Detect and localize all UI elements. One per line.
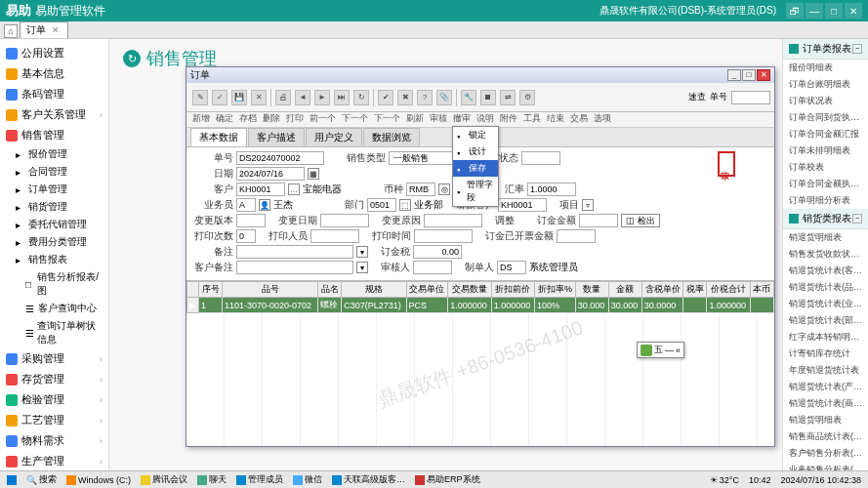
taskbar-app[interactable]: 微信 [290, 473, 325, 486]
toolbar-text-btn[interactable]: 前一个 [310, 112, 336, 125]
report-item[interactable]: 销退货统计表(商品) [783, 395, 868, 412]
report-item[interactable]: 订单合同金额执行表 [783, 176, 868, 192]
rate-input[interactable] [527, 183, 576, 196]
taskbar-app[interactable]: 管理成员 [233, 473, 286, 486]
refcust-input[interactable] [498, 198, 547, 212]
toolbar-text-btn[interactable]: 刷新 [406, 112, 424, 125]
table-row[interactable]: ▶11101-3070-0020-0702螺栓C307(PL2731)PCS1.… [187, 298, 774, 313]
toolbar-icon[interactable]: ✖ [397, 90, 413, 105]
sidebar-item[interactable]: 基本信息 [0, 63, 108, 84]
grid-header[interactable]: 序号 [199, 282, 223, 298]
grid-header[interactable]: 折扣率% [535, 282, 576, 298]
ver-date-input[interactable] [320, 214, 369, 227]
report-item[interactable]: 订单状况表 [783, 93, 868, 109]
clock[interactable]: 10:42 [746, 475, 774, 485]
report-item[interactable]: 销售发货收款状况表 [783, 246, 868, 263]
toolbar-text-btn[interactable]: 附件 [500, 112, 517, 125]
toolbar-text-btn[interactable]: 说明 [476, 112, 494, 125]
sidebar-sub-item[interactable]: ▸报价管理 [2, 145, 108, 163]
quick-search-input[interactable] [731, 91, 770, 104]
context-menu-item[interactable]: ▪管理字段 [453, 177, 498, 206]
sidebar-sub-item[interactable]: ▸合同管理 [2, 163, 108, 181]
toolbar-icon[interactable]: ✓ [212, 90, 227, 105]
taskbar-app[interactable]: 腾讯会议 [138, 473, 190, 486]
toolbar-text-btn[interactable]: 结束 [547, 112, 564, 125]
report-item[interactable]: 销退货统计表(部门) [783, 312, 868, 329]
win-restore-icon[interactable]: 🗗 [786, 3, 804, 19]
win-max-icon[interactable]: □ [825, 3, 843, 19]
date-input[interactable] [236, 167, 305, 181]
salesman-lookup-icon[interactable]: 👤 [259, 199, 270, 211]
context-menu-item[interactable]: ▪保存 [453, 160, 498, 177]
ver-input[interactable] [236, 214, 266, 227]
report-item[interactable]: 业务销售分析表(期间) [783, 462, 868, 470]
owin-close-icon[interactable]: ✕ [757, 69, 770, 81]
project-lookup-icon[interactable]: ▿ [582, 199, 594, 211]
toolbar-text-btn[interactable]: 选项 [594, 112, 611, 125]
report-item[interactable]: 计寄销库存统计 [783, 346, 868, 362]
sidebar-item[interactable]: 工艺管理› [0, 410, 108, 430]
sidebar-item[interactable]: 销售管理 [0, 125, 108, 145]
remark-input[interactable] [236, 245, 353, 259]
grid-header[interactable]: 含税单价 [641, 282, 683, 298]
toolbar-icon[interactable]: ⏭ [334, 90, 350, 105]
sidebar-item[interactable]: 条码管理 [0, 84, 108, 104]
sidebar-item[interactable]: 采购管理› [0, 348, 108, 369]
calendar-icon[interactable]: ▦ [308, 168, 319, 180]
tax-input[interactable] [413, 245, 462, 259]
toolbar-icon[interactable]: ⇄ [500, 90, 516, 105]
form-tab[interactable]: 数据浏览 [363, 128, 420, 146]
order-window-titlebar[interactable]: 订单 _ □ ✕ [186, 67, 774, 83]
form-tab[interactable]: 用户定义 [306, 128, 362, 146]
toolbar-text-btn[interactable]: 下一个 [374, 112, 400, 125]
grid-header[interactable]: 价税合计 [707, 282, 750, 298]
taskbar-app[interactable]: 天联高级版客… [329, 473, 408, 486]
report-item[interactable]: 销退货统计表(客户) [783, 263, 868, 279]
report-item[interactable]: 订单未排明细表 [783, 142, 868, 159]
toolbar-icon[interactable]: ✕ [251, 90, 267, 105]
report-item[interactable]: 订单台账明细表 [783, 76, 868, 93]
owin-max-icon[interactable]: □ [742, 69, 756, 81]
report-item[interactable]: 订单合同到货执行情况表 [783, 109, 868, 126]
report-item[interactable]: 销退货明细表 [783, 229, 868, 246]
status-input[interactable] [521, 151, 560, 165]
sidebar-sub-item[interactable]: ▸委托代销管理 [2, 216, 108, 233]
toolbar-text-btn[interactable]: 下一个 [342, 112, 368, 125]
cust-remark-input[interactable] [236, 261, 353, 274]
sidebar-sub-item[interactable]: ▸销货管理 [2, 198, 108, 216]
toolbar-icon[interactable]: ⏹ [480, 90, 496, 105]
toolbar-icon[interactable]: 🖨 [275, 90, 291, 105]
report-item[interactable]: 订单明细分析表 [783, 192, 868, 209]
tab-home-icon[interactable]: ⌂ [4, 24, 18, 38]
dept-lookup-icon[interactable]: ⬚ [399, 199, 411, 211]
taskbar-app[interactable]: 易助ERP系统 [412, 473, 483, 486]
owin-min-icon[interactable]: _ [727, 69, 741, 81]
toolbar-icon[interactable]: ? [417, 90, 433, 105]
grid-header[interactable]: 税率 [683, 282, 707, 298]
grid-header[interactable]: 品号 [223, 282, 318, 298]
reason-input[interactable] [424, 214, 482, 227]
sidebar-sub-sub-item[interactable]: ☰客户查询中心 [2, 300, 108, 317]
ime-chevron-icon[interactable]: « [676, 346, 681, 355]
dept-input[interactable] [367, 198, 396, 212]
toolbar-text-btn[interactable]: 存档 [239, 112, 257, 125]
order-grid[interactable]: 鼎晟软件 +86-0536-4100 序号品号品名规格交易单位交易数量折扣前价折… [186, 281, 774, 446]
toolbar-text-btn[interactable]: 工具 [523, 112, 541, 125]
report-item[interactable]: 销售商品统计表(期间分类) [783, 428, 868, 445]
form-tab[interactable]: 基本数据 [190, 128, 247, 146]
customer-input[interactable] [236, 183, 285, 196]
toolbar-text-btn[interactable]: 审核 [430, 112, 447, 125]
order-no-input[interactable] [236, 151, 324, 165]
ime-floating-bar[interactable]: 五 — « [637, 342, 684, 358]
toolbar-icon[interactable]: 🔧 [461, 90, 476, 105]
toolbar-text-btn[interactable]: 打印 [286, 112, 304, 125]
report-item[interactable]: 销退货统计表(产品) [783, 379, 868, 395]
toolbar-text-btn[interactable]: 交易 [570, 112, 588, 125]
report-item[interactable]: 销退货统计表(品号) [783, 279, 868, 296]
currency-input[interactable] [406, 183, 435, 196]
win-min-icon[interactable]: — [806, 3, 823, 19]
sidebar-sub-item[interactable]: ▸费用分类管理 [2, 233, 108, 251]
sidebar-sub-sub-item[interactable]: ☰查询订单树状信息 [2, 317, 108, 348]
taskbar-app[interactable]: 聊天 [194, 473, 229, 486]
toolbar-icon[interactable]: 📎 [436, 90, 452, 105]
